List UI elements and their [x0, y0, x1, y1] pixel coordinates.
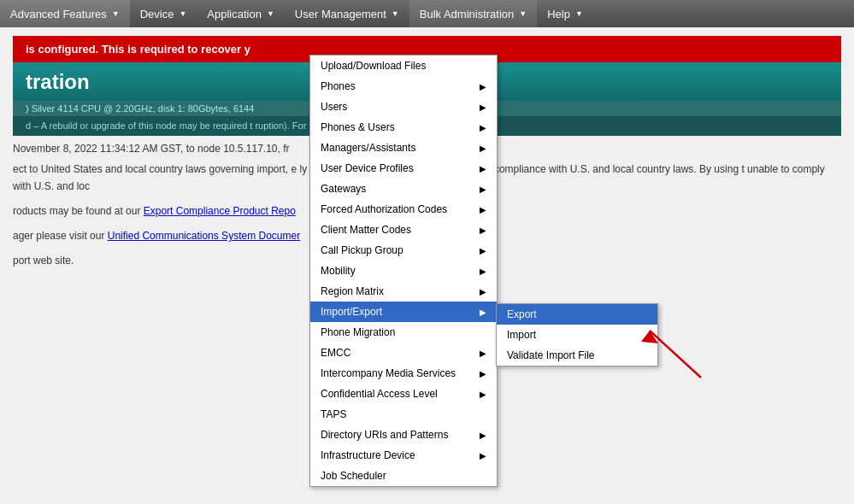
menu-item-infrastructure-device[interactable]: Infrastructure Device ▶	[310, 445, 497, 466]
forced-auth-codes-submenu-arrow-icon: ▶	[480, 205, 486, 214]
client-matter-codes-submenu-arrow-icon: ▶	[480, 226, 486, 235]
confidential-access-submenu-arrow-icon: ▶	[480, 390, 486, 399]
server-info-text: ) Silver 4114 CPU @ 2.20GHz, disk 1: 80G…	[26, 103, 254, 114]
page-body: is configured. This is required to recov…	[0, 27, 854, 504]
nav-bulk-administration[interactable]: Bulk Administration ▼	[409, 0, 537, 27]
menu-item-directory-uris[interactable]: Directory URIs and Patterns ▶	[310, 425, 497, 445]
alert-banner-text: is configured. This is required to recov…	[26, 43, 250, 56]
nav-advanced-features[interactable]: Advanced Features ▼	[0, 0, 130, 27]
menu-item-managers-assistants[interactable]: Managers/Assistants ▶	[310, 138, 497, 158]
menu-item-call-pickup-group[interactable]: Call Pickup Group ▶	[310, 240, 497, 261]
managers-assistants-submenu-arrow-icon: ▶	[480, 144, 486, 153]
phones-submenu-arrow-icon: ▶	[480, 82, 486, 91]
nav-bulk-administration-label: Bulk Administration	[420, 8, 515, 21]
directory-uris-submenu-arrow-icon: ▶	[480, 431, 486, 440]
menu-item-region-matrix[interactable]: Region Matrix ▶	[310, 281, 497, 302]
menu-item-user-device-profiles[interactable]: User Device Profiles ▶	[310, 158, 497, 179]
region-matrix-submenu-arrow-icon: ▶	[480, 287, 486, 296]
infrastructure-device-submenu-arrow-icon: ▶	[480, 451, 486, 460]
unified-comms-link[interactable]: Unified Communications System Documer	[108, 230, 300, 242]
menu-item-taps[interactable]: TAPS	[310, 404, 497, 425]
menu-item-phones[interactable]: Phones ▶	[310, 76, 497, 97]
nav-help-label: Help	[547, 8, 570, 21]
menu-item-phone-migration[interactable]: Phone Migration	[310, 322, 497, 343]
menu-item-job-scheduler[interactable]: Job Scheduler	[310, 466, 497, 486]
nav-device[interactable]: Device ▼	[130, 0, 197, 27]
menu-item-forced-auth-codes[interactable]: Forced Authorization Codes ▶	[310, 199, 497, 220]
nav-user-management[interactable]: User Management ▼	[285, 0, 409, 27]
menu-item-gateways[interactable]: Gateways ▶	[310, 179, 497, 199]
nav-application[interactable]: Application ▼	[197, 0, 285, 27]
nav-user-management-label: User Management	[295, 8, 386, 21]
export-compliance-link[interactable]: Export Compliance Product Repo	[144, 205, 296, 217]
page-title: tration	[26, 70, 90, 94]
menu-item-client-matter-codes[interactable]: Client Matter Codes ▶	[310, 220, 497, 240]
submenu-item-import[interactable]: Import	[497, 325, 657, 345]
submenu-item-validate-import-file[interactable]: Validate Import File	[497, 345, 657, 366]
nav-help[interactable]: Help ▼	[537, 0, 593, 27]
menu-item-upload-download[interactable]: Upload/Download Files	[310, 56, 497, 76]
application-arrow-icon: ▼	[267, 9, 274, 18]
intercompany-media-submenu-arrow-icon: ▶	[480, 369, 486, 378]
help-arrow-icon: ▼	[575, 9, 583, 18]
menu-item-confidential-access[interactable]: Confidential Access Level ▶	[310, 384, 497, 404]
gateways-submenu-arrow-icon: ▶	[480, 185, 486, 194]
menu-item-import-export[interactable]: Import/Export ▶	[310, 302, 497, 322]
emcc-submenu-arrow-icon: ▶	[480, 349, 486, 358]
nav-advanced-features-label: Advanced Features	[10, 8, 107, 21]
nav-bar: Advanced Features ▼ Device ▼ Application…	[0, 0, 854, 27]
menu-item-mobility[interactable]: Mobility ▶	[310, 261, 497, 281]
timestamp-text: November 8, 2022 11:34:12 AM GST, to nod…	[13, 143, 290, 155]
device-arrow-icon: ▼	[179, 9, 186, 18]
import-export-submenu-arrow-icon: ▶	[480, 308, 486, 317]
menu-item-emcc[interactable]: EMCC ▶	[310, 343, 497, 363]
phones-users-submenu-arrow-icon: ▶	[480, 123, 486, 132]
nav-application-label: Application	[207, 8, 262, 21]
menu-item-phones-users[interactable]: Phones & Users ▶	[310, 117, 497, 138]
import-export-submenu: Export Import Validate Import File	[496, 303, 658, 366]
menu-item-users[interactable]: Users ▶	[310, 97, 497, 117]
mobility-submenu-arrow-icon: ▶	[480, 267, 486, 276]
call-pickup-group-submenu-arrow-icon: ▶	[480, 246, 486, 255]
submenu-item-export[interactable]: Export	[497, 304, 657, 325]
users-submenu-arrow-icon: ▶	[480, 103, 486, 112]
menu-item-intercompany-media[interactable]: Intercompany Media Services ▶	[310, 363, 497, 384]
user-device-profiles-submenu-arrow-icon: ▶	[480, 164, 486, 173]
bulk-administration-arrow-icon: ▼	[519, 9, 527, 18]
advanced-features-arrow-icon: ▼	[112, 9, 120, 18]
nav-device-label: Device	[140, 8, 174, 21]
bulk-admin-menu: Upload/Download Files Phones ▶ Users ▶ P…	[309, 55, 498, 487]
user-management-arrow-icon: ▼	[392, 9, 399, 18]
